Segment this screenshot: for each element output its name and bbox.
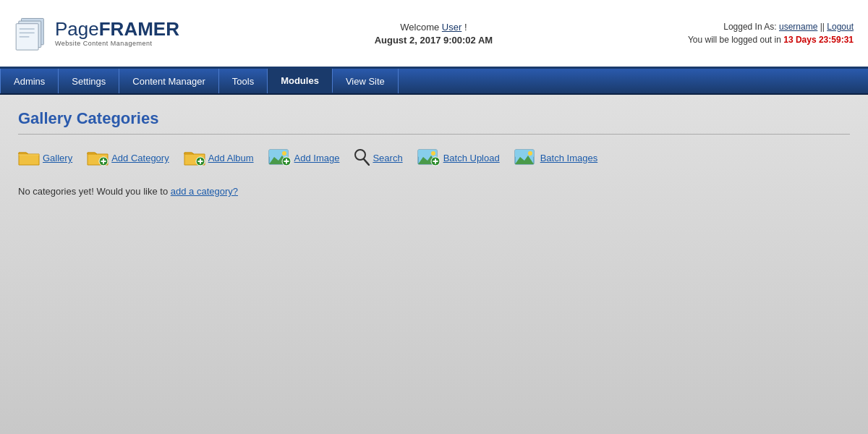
toolbar: Gallery Add Category bbox=[18, 148, 850, 169]
add-category-empty-link[interactable]: add a category? bbox=[171, 186, 238, 197]
logged-in-user[interactable]: username bbox=[779, 22, 817, 32]
add-album-label: Add Album bbox=[208, 153, 254, 163]
add-album-icon bbox=[184, 148, 205, 169]
add-category-icon bbox=[87, 148, 109, 169]
welcome-prefix: Welcome bbox=[400, 22, 439, 33]
svg-point-31 bbox=[528, 151, 532, 156]
batch-images-icon bbox=[514, 148, 537, 169]
datetime: August 2, 2017 9:00:02 AM bbox=[375, 35, 493, 46]
gallery-label: Gallery bbox=[43, 153, 72, 163]
empty-message: No categories yet! Would you like to add… bbox=[18, 186, 850, 197]
search-icon bbox=[354, 148, 370, 168]
nav-view-site[interactable]: View Site bbox=[333, 69, 399, 93]
welcome-suffix: ! bbox=[464, 22, 467, 33]
logo-page: Page bbox=[55, 18, 99, 40]
gallery-link[interactable]: Gallery bbox=[18, 148, 72, 169]
batch-upload-link[interactable]: Batch Upload bbox=[417, 148, 500, 169]
empty-message-prefix: No categories yet! Would you like to bbox=[18, 186, 168, 197]
welcome-message: Welcome User ! bbox=[375, 22, 493, 33]
separator: || bbox=[820, 22, 827, 32]
add-image-link[interactable]: Add Image bbox=[268, 148, 340, 169]
nav-content-manager[interactable]: Content Manager bbox=[119, 69, 218, 93]
logo-framer: FRAMER bbox=[99, 18, 179, 40]
add-album-link[interactable]: Add Album bbox=[184, 148, 254, 169]
navbar: Admins Settings Content Manager Tools Mo… bbox=[0, 69, 868, 95]
logo-subtitle: Website Content Management bbox=[55, 40, 152, 47]
nav-modules[interactable]: Modules bbox=[268, 69, 333, 93]
svg-line-20 bbox=[364, 159, 369, 165]
session-prefix: You will be logged out in bbox=[688, 35, 781, 45]
main-content: Gallery Categories Gallery bbox=[0, 95, 868, 434]
page-header: PageFRAMER Website Content Management We… bbox=[0, 0, 868, 69]
page-title: Gallery Categories bbox=[18, 109, 850, 135]
logout-link[interactable]: Logout bbox=[827, 22, 854, 32]
logged-in-prefix: Logged In As: bbox=[723, 22, 776, 32]
add-image-label: Add Image bbox=[294, 153, 340, 163]
add-category-label: Add Category bbox=[111, 153, 169, 163]
nav-settings[interactable]: Settings bbox=[59, 69, 119, 93]
welcome-user-link[interactable]: User bbox=[442, 22, 461, 33]
folder-icon bbox=[18, 148, 40, 169]
batch-upload-icon bbox=[417, 148, 441, 169]
add-category-link[interactable]: Add Category bbox=[87, 148, 169, 169]
logo-icon bbox=[14, 14, 49, 53]
search-label: Search bbox=[373, 153, 402, 163]
add-image-icon bbox=[268, 148, 292, 169]
logo-text-box: PageFRAMER Website Content Management bbox=[55, 20, 179, 47]
logo-name: PageFRAMER bbox=[55, 20, 179, 38]
header-center: Welcome User ! August 2, 2017 9:00:02 AM bbox=[375, 22, 493, 46]
nav-admins[interactable]: Admins bbox=[0, 69, 59, 93]
session-line: You will be logged out in 13 Days 23:59:… bbox=[688, 35, 854, 45]
logged-in-line: Logged In As: username || Logout bbox=[688, 22, 854, 32]
search-link[interactable]: Search bbox=[354, 148, 402, 168]
nav-tools[interactable]: Tools bbox=[219, 69, 268, 93]
svg-point-24 bbox=[431, 151, 435, 156]
batch-upload-label: Batch Upload bbox=[443, 153, 500, 163]
session-time: 13 Days 23:59:31 bbox=[783, 35, 854, 45]
batch-images-label: Batch Images bbox=[540, 153, 598, 163]
logo-svg bbox=[14, 14, 49, 51]
logo-area: PageFRAMER Website Content Management bbox=[14, 14, 179, 53]
batch-images-link[interactable]: Batch Images bbox=[514, 148, 598, 169]
header-right: Logged In As: username || Logout You wil… bbox=[688, 22, 854, 45]
svg-point-15 bbox=[282, 151, 286, 156]
